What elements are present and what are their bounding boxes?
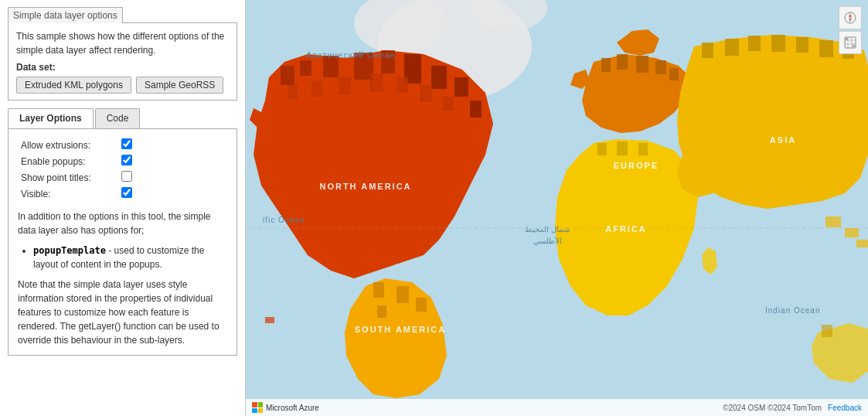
svg-text:الأطلسي: الأطلسي [533,237,562,245]
compass-north-icon [849,13,852,18]
svg-rect-38 [819,40,833,57]
svg-rect-23 [416,298,427,312]
tabs-container: Layer Options Code [8,108,237,128]
options-table: Allow extrusions: Enable popups: Show po… [18,137,227,202]
checkbox-visible[interactable] [121,187,132,198]
azure-squares-icon [252,402,263,413]
tab-content-layer-options: Allow extrusions: Enable popups: Show po… [8,128,237,356]
azure-logo: Microsoft Azure [252,402,319,413]
map-type-icon [844,36,856,49]
svg-rect-17 [397,77,408,93]
svg-rect-37 [796,37,808,53]
note-text: Note that the simple data layer uses sty… [18,278,227,347]
option-show-point-titles: Show point titles: [18,169,227,186]
azure-logo-text: Microsoft Azure [266,404,319,412]
section-title: Simple data layer options [8,7,123,23]
svg-text:SOUTH AMERICA: SOUTH AMERICA [355,325,446,334]
svg-rect-18 [420,85,432,102]
code-popup-template: popupTemplate [33,245,106,256]
svg-rect-14 [311,81,322,97]
svg-text:Indian Ocean: Indian Ocean [765,306,821,315]
dataset-label: Data set: [16,62,229,73]
svg-rect-21 [373,282,384,298]
svg-rect-35 [748,36,761,51]
svg-rect-27 [636,56,648,73]
azure-sq2 [258,402,264,407]
svg-rect-28 [655,60,666,74]
svg-rect-4 [281,66,294,85]
tab-code[interactable]: Code [95,108,141,128]
map-type-button[interactable] [839,31,862,54]
description-text: This sample shows how the different opti… [16,29,229,57]
info-text: In addition to the options in this tool,… [18,210,227,237]
svg-rect-36 [771,35,785,52]
option-allow-extrusions: Allow extrusions: [18,137,227,153]
svg-rect-32 [638,143,648,155]
svg-rect-41 [845,228,859,237]
checkbox-allow-extrusions[interactable] [121,138,132,149]
checkbox-show-point-titles[interactable] [121,171,132,182]
svg-rect-58 [853,45,855,47]
map-panel[interactable]: Арктический Океан ific Ocean شمال المحيط… [246,0,868,416]
svg-rect-40 [825,217,841,227]
svg-rect-26 [617,54,628,70]
svg-rect-30 [597,143,607,155]
map-controls [839,6,862,54]
option-label-show-point-titles: Show point titles: [18,169,118,186]
option-label-allow-extrusions: Allow extrusions: [18,137,118,153]
svg-rect-43 [822,325,832,337]
svg-rect-33 [702,43,713,58]
svg-rect-13 [288,85,298,99]
copyright-text: ©2024 OSM ©2024 TomTom [723,404,822,412]
svg-rect-22 [397,286,409,303]
svg-rect-29 [669,68,679,80]
svg-rect-31 [617,142,628,155]
option-enable-popups: Enable popups: [18,153,227,169]
map-svg: Арктический Океан ific Ocean شمال المحيط… [246,0,868,416]
svg-text:AFRICA: AFRICA [605,224,647,234]
svg-rect-25 [601,58,611,72]
svg-text:Арктический Океан: Арктический Океан [306,50,396,60]
svg-rect-11 [454,77,468,97]
option-label-enable-popups: Enable popups: [18,153,118,169]
svg-text:NORTH AMERICA: NORTH AMERICA [319,182,411,191]
svg-text:ific Ocean: ific Ocean [263,216,305,224]
svg-rect-16 [369,73,383,92]
svg-text:EUROPE: EUROPE [614,161,659,170]
checkbox-enable-popups[interactable] [121,155,132,165]
svg-text:شمال المحيط: شمال المحيط [525,225,570,234]
azure-sq1 [252,402,257,407]
left-panel: Simple data layer options This sample sh… [0,0,246,416]
extruded-kml-button[interactable]: Extruded KML polygons [16,77,131,94]
svg-rect-42 [856,240,868,247]
dataset-buttons: Extruded KML polygons Sample GeoRSS [16,77,229,94]
svg-rect-5 [300,60,311,76]
compass-icon [844,12,856,24]
bullet-item-popup-template: popupTemplate - used to customize the la… [33,244,227,271]
azure-sq3 [252,408,257,414]
map-footer: Microsoft Azure ©2024 OSM ©2024 TomTom F… [246,399,868,416]
svg-text:ASIA: ASIA [770,135,796,145]
sample-georss-button[interactable]: Sample GeoRSS [136,77,223,94]
svg-rect-10 [431,66,447,89]
section-description-box: This sample shows how the different opti… [8,22,237,101]
option-visible: Visible: [18,186,227,202]
svg-rect-34 [725,39,739,56]
svg-rect-24 [377,305,386,318]
option-label-visible: Visible: [18,186,118,202]
compass-button[interactable] [839,6,862,29]
feedback-link[interactable]: Feedback [828,404,862,412]
svg-rect-20 [265,317,274,323]
svg-rect-12 [470,101,482,118]
compass-south-icon [849,18,852,22]
svg-rect-19 [443,97,454,111]
section-title-bar: Simple data layer options [8,6,237,22]
svg-rect-57 [846,38,848,40]
tab-layer-options[interactable]: Layer Options [8,108,94,128]
bullet-list: popupTemplate - used to customize the la… [18,244,227,271]
svg-rect-15 [339,77,351,94]
azure-sq4 [258,408,264,414]
